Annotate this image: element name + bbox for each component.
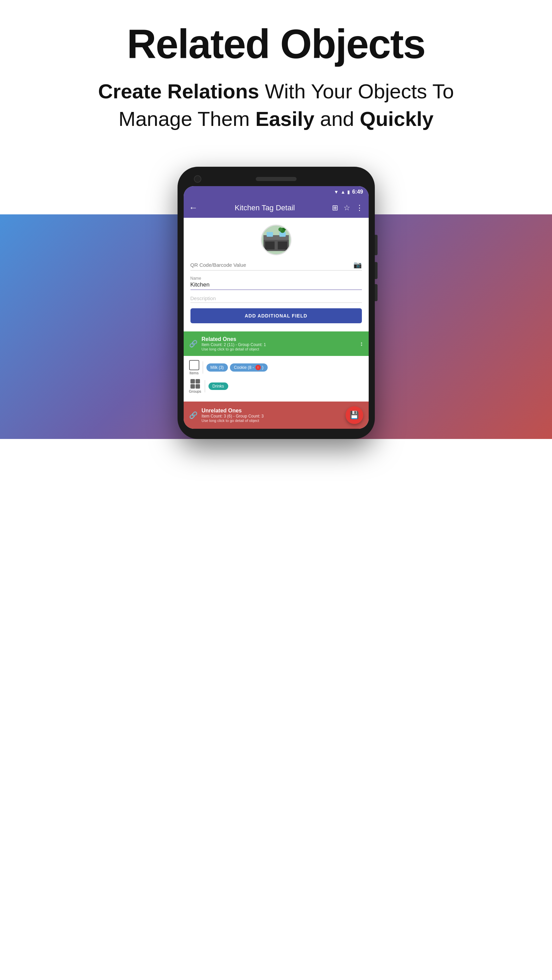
related-ones-title: Related Ones bbox=[202, 336, 356, 342]
subtitle-bold-3: Quickly bbox=[360, 108, 434, 130]
top-section: Related Objects Create Relations With Yo… bbox=[0, 0, 552, 146]
cookie-chip[interactable]: Cookie (8 - ! ) bbox=[230, 363, 268, 372]
battery-icon: ▮ bbox=[347, 189, 350, 195]
status-time: 6:49 bbox=[352, 189, 363, 195]
description-placeholder[interactable]: Description bbox=[190, 295, 362, 303]
drinks-chip-label: Drinks bbox=[213, 384, 224, 388]
svg-rect-3 bbox=[265, 242, 274, 250]
cookie-chip-label: Cookie (8 - bbox=[234, 365, 254, 370]
more-icon[interactable]: ⋮ bbox=[356, 204, 363, 212]
name-field: Name Kitchen bbox=[190, 276, 362, 290]
related-ones-section: 🔗 Related Ones Item Count: 2 (11) - Grou… bbox=[184, 331, 369, 356]
items-label: Items bbox=[189, 371, 198, 375]
subtitle-bold-1: Create Relations bbox=[98, 80, 259, 103]
wifi-icon: ▼ bbox=[334, 189, 339, 195]
unrelated-ones-count: Item Count: 3 (6) - Group Count: 3 bbox=[202, 414, 341, 418]
star-icon[interactable]: ☆ bbox=[344, 204, 350, 212]
volume-down-button bbox=[375, 284, 378, 301]
related-ones-info: Related Ones Item Count: 2 (11) - Group … bbox=[202, 336, 356, 351]
groups-type-icon: Groups bbox=[189, 379, 201, 393]
related-link-icon: 🔗 bbox=[189, 340, 198, 348]
groups-icon-shape bbox=[190, 379, 200, 388]
avatar[interactable] bbox=[261, 224, 292, 255]
svg-point-8 bbox=[283, 227, 286, 231]
content-card: 📷 Name Kitchen Description ADD ADDITIONA… bbox=[184, 218, 369, 331]
milk-chip-label: Milk (3) bbox=[211, 365, 224, 370]
unrelated-link-icon: 🔗 bbox=[189, 411, 198, 419]
status-bar: ▼ ▲ ▮ 6:49 bbox=[184, 186, 369, 198]
qr-field: 📷 bbox=[190, 261, 362, 270]
name-label: Name bbox=[190, 276, 362, 281]
name-value[interactable]: Kitchen bbox=[190, 282, 362, 290]
cookie-badge: ! bbox=[255, 365, 261, 370]
app-bar-icons: ⊞ ☆ ⋮ bbox=[332, 204, 363, 212]
app-bar-title: Kitchen Tag Detail bbox=[202, 204, 328, 212]
unrelated-ones-section: 🔗 Unrelated Ones Item Count: 3 (6) - Gro… bbox=[184, 401, 369, 429]
related-ones-hint: Use long click to go detail of object bbox=[202, 347, 356, 351]
camera-icon[interactable]: 📷 bbox=[354, 261, 362, 269]
unrelated-ones-info: Unrelated Ones Item Count: 3 (6) - Group… bbox=[202, 408, 341, 423]
items-chips: Milk (3) Cookie (8 - ! ) bbox=[206, 363, 268, 372]
divider-items bbox=[203, 361, 203, 374]
save-icon: 💾 bbox=[350, 411, 359, 420]
volume-up-button bbox=[375, 262, 378, 279]
status-icons: ▼ ▲ ▮ 6:49 bbox=[334, 189, 363, 195]
phone-top-bar bbox=[184, 177, 369, 186]
qr-input[interactable] bbox=[190, 262, 354, 268]
qr-field-row: 📷 bbox=[190, 261, 362, 270]
svg-rect-5 bbox=[266, 232, 273, 237]
related-items-card: Items Milk (3) Cookie (8 - ! ) bbox=[184, 356, 369, 401]
groups-chips: Drinks bbox=[208, 382, 228, 390]
cookie-chip-close: ) bbox=[262, 365, 263, 370]
save-button[interactable]: 💾 bbox=[346, 406, 363, 424]
page-title: Related Objects bbox=[27, 21, 525, 67]
unrelated-ones-title: Unrelated Ones bbox=[202, 408, 341, 414]
phone-device: ▼ ▲ ▮ 6:49 ← Kitchen Tag Detail ⊞ ☆ ⋮ bbox=[178, 167, 375, 439]
items-type-icon: Items bbox=[189, 360, 199, 375]
milk-chip[interactable]: Milk (3) bbox=[206, 363, 228, 372]
svg-point-9 bbox=[278, 228, 282, 231]
groups-row: Groups Drinks bbox=[189, 379, 363, 393]
signal-icon: ▲ bbox=[341, 189, 346, 195]
avatar-container bbox=[190, 224, 362, 255]
front-camera bbox=[194, 175, 201, 183]
kitchen-image bbox=[262, 226, 290, 254]
back-button[interactable]: ← bbox=[189, 202, 198, 213]
unrelated-ones-hint: Use long click to go detail of object bbox=[202, 418, 341, 423]
qr-icon[interactable]: ⊞ bbox=[332, 204, 338, 212]
page-subtitle: Create Relations With Your Objects To Ma… bbox=[27, 78, 525, 133]
subtitle-bold-2: Easily bbox=[255, 108, 314, 130]
items-row: Items Milk (3) Cookie (8 - ! ) bbox=[189, 360, 363, 375]
app-bar: ← Kitchen Tag Detail ⊞ ☆ ⋮ bbox=[184, 198, 369, 218]
drinks-chip[interactable]: Drinks bbox=[208, 382, 228, 390]
svg-rect-4 bbox=[278, 242, 287, 250]
power-button bbox=[375, 235, 378, 255]
phone-speaker bbox=[256, 177, 297, 181]
groups-label: Groups bbox=[189, 389, 201, 393]
description-field: Description bbox=[190, 295, 362, 303]
related-ones-count: Item Count: 2 (11) - Group Count: 1 bbox=[202, 342, 356, 347]
phone-wrapper: ▼ ▲ ▮ 6:49 ← Kitchen Tag Detail ⊞ ☆ ⋮ bbox=[0, 146, 552, 439]
items-icon-shape bbox=[189, 360, 199, 370]
phone-screen: ▼ ▲ ▮ 6:49 ← Kitchen Tag Detail ⊞ ☆ ⋮ bbox=[184, 186, 369, 429]
sort-icon[interactable]: ↕ bbox=[360, 340, 363, 347]
add-additional-field-button[interactable]: ADD ADDITIONAL FIELD bbox=[190, 308, 362, 323]
